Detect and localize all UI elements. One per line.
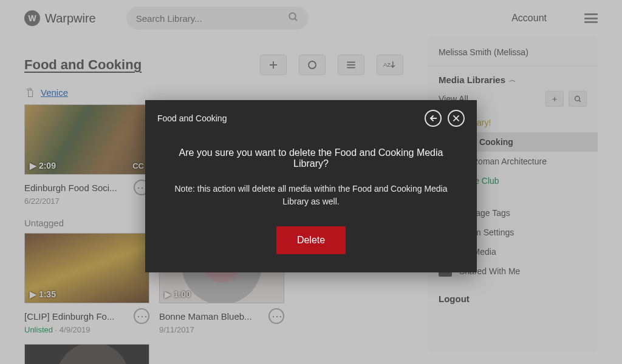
modal-question: Are you sure you want to delete the Food… [171, 147, 451, 169]
delete-modal: Food and Cooking Are you sure you want t… [145, 100, 477, 272]
back-icon[interactable] [425, 110, 442, 127]
close-icon[interactable] [448, 110, 465, 127]
modal-overlay: Food and Cooking Are you sure you want t… [0, 0, 622, 364]
modal-title: Food and Cooking [157, 113, 227, 123]
modal-note: Note: this action will delete all media … [171, 183, 451, 208]
delete-button[interactable]: Delete [276, 226, 346, 254]
